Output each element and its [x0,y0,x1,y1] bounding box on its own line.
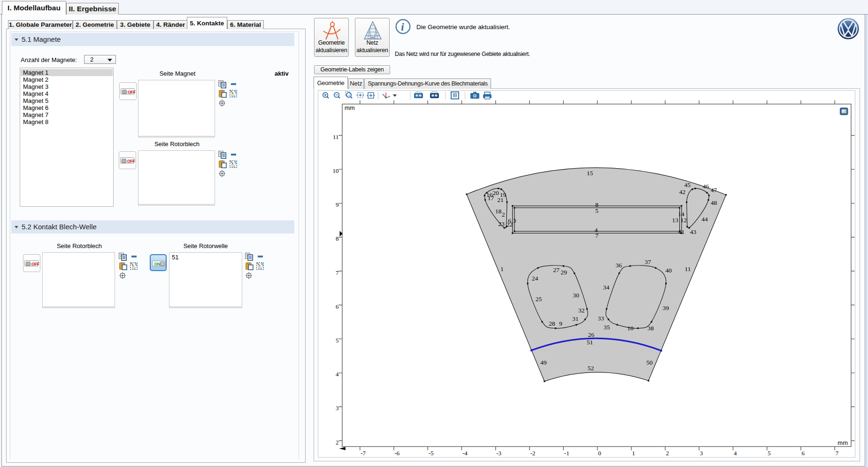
svg-text:i: i [401,21,404,33]
svg-text:47: 47 [711,187,717,194]
svg-text:29: 29 [561,269,567,276]
svg-text:21: 21 [497,196,504,203]
svg-text:mm: mm [837,439,848,446]
svg-text:9: 9 [559,320,562,327]
svg-text:50: 50 [646,359,653,366]
svg-text:2: 2 [502,211,505,218]
svg-text:0: 0 [598,450,601,457]
svg-text:25: 25 [536,296,542,303]
svg-text:9: 9 [336,201,339,208]
svg-text:41: 41 [678,228,685,235]
svg-text:3: 3 [700,450,703,457]
svg-text:-2: -2 [530,450,536,457]
svg-text:mm: mm [345,104,355,111]
svg-text:49: 49 [540,359,547,366]
svg-text:5: 5 [336,337,339,344]
svg-text:1: 1 [632,450,635,457]
svg-text:13: 13 [672,217,679,224]
svg-text:4: 4 [336,371,339,378]
svg-text:-5: -5 [429,450,434,457]
svg-text:45: 45 [684,181,691,188]
svg-text:-3: -3 [496,450,501,457]
svg-text:48: 48 [711,199,717,206]
svg-text:23: 23 [498,220,505,227]
svg-text:4: 4 [734,450,737,457]
svg-text:15: 15 [587,170,593,177]
svg-text:-7: -7 [361,450,366,457]
svg-text:10: 10 [627,325,634,332]
svg-text:1: 1 [500,265,504,272]
svg-text:38: 38 [647,325,654,332]
svg-text:6: 6 [802,450,805,457]
svg-text:35: 35 [604,324,610,331]
svg-text:-6: -6 [395,450,400,457]
svg-text:22: 22 [507,221,513,228]
svg-text:30: 30 [573,292,579,299]
svg-text:17: 17 [488,195,494,202]
svg-text:8: 8 [336,235,339,242]
svg-text:11: 11 [684,265,691,272]
svg-text:11: 11 [333,133,339,140]
svg-text:5: 5 [768,450,771,457]
svg-text:7: 7 [336,269,339,276]
svg-text:37: 37 [645,258,651,265]
svg-text:12: 12 [681,217,687,224]
svg-text:52: 52 [588,365,594,372]
svg-text:40: 40 [665,267,672,274]
svg-text:7: 7 [836,450,839,457]
svg-text:39: 39 [662,304,669,311]
svg-text:6: 6 [336,303,339,310]
svg-text:2: 2 [336,439,339,446]
svg-text:43: 43 [690,228,697,235]
svg-text:34: 34 [603,284,610,291]
svg-text:46: 46 [703,183,709,190]
svg-text:-1: -1 [564,450,569,457]
svg-text:44: 44 [701,216,708,223]
svg-text:36: 36 [615,262,622,269]
svg-text:42: 42 [679,188,686,195]
svg-text:7: 7 [595,232,599,239]
svg-text:26: 26 [588,331,594,338]
svg-text:2: 2 [666,450,669,457]
svg-text:3: 3 [513,217,516,224]
svg-text:33: 33 [598,315,604,322]
svg-text:5: 5 [595,207,599,214]
svg-text:18: 18 [495,208,502,215]
svg-text:3: 3 [336,405,339,412]
svg-text:-4: -4 [462,450,468,457]
svg-text:24: 24 [532,275,538,282]
svg-text:31: 31 [572,315,579,322]
svg-text:51: 51 [587,339,593,346]
svg-text:32: 32 [578,307,585,314]
svg-text:27: 27 [553,266,560,273]
svg-text:28: 28 [549,320,555,327]
svg-text:10: 10 [333,167,339,174]
